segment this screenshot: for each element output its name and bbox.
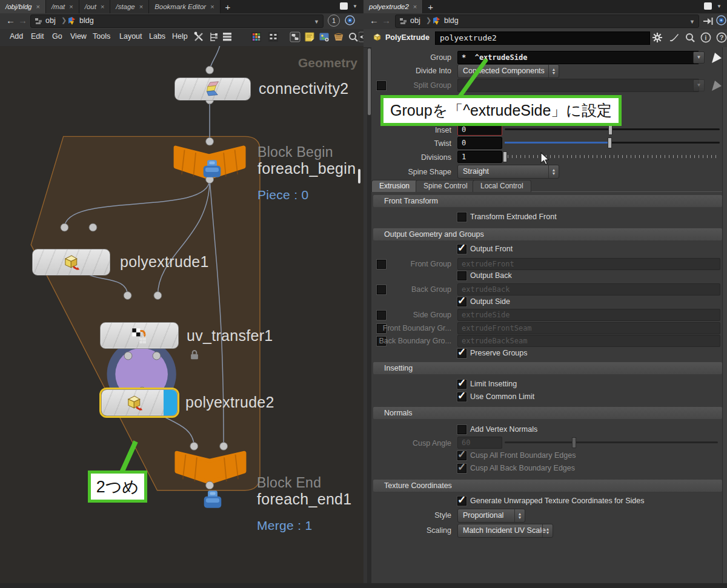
pane-menu-arrow-icon[interactable]: ▼ [717,4,722,9]
scrollbar-thumb[interactable] [358,169,360,183]
divisions-slider-handle[interactable] [503,151,507,162]
pane-number-badge[interactable]: 1 [328,15,340,27]
node-polyextrude1[interactable] [32,249,110,276]
close-icon[interactable]: × [69,3,73,10]
menu-tools[interactable]: Tools [93,32,110,41]
preserve-groups-checkbox[interactable] [457,349,466,358]
list-view-icon[interactable] [222,31,233,42]
polyextrude-type-icon[interactable] [372,32,383,43]
cusp-front-label[interactable]: Cusp All Front Boundary Edges [470,451,576,460]
group-dropdown-button[interactable]: ▼ [693,51,705,64]
close-icon[interactable]: × [101,3,104,10]
menu-help[interactable]: Help [172,32,188,41]
sticky-note-icon[interactable] [304,31,315,42]
tab-local-control[interactable]: Local Control [473,180,531,192]
front-group-input[interactable]: extrudeFront [457,258,720,270]
shape-palette-icon[interactable] [268,31,279,42]
section-texture-coordinates[interactable]: Texture Coordinates [373,480,722,492]
close-icon[interactable]: × [36,3,39,10]
cusp-angle-slider-handle[interactable] [572,437,576,448]
split-group-dropdown-button[interactable]: ▼ [693,79,705,91]
menu-labs[interactable]: Labs [149,32,165,41]
section-output-geometry[interactable]: Output Geometry and Groups [373,228,722,240]
breadcrumb-context[interactable]: obj [410,16,420,25]
front-boundary-group-input[interactable]: extrudeFrontSeam [457,322,720,334]
left-breadcrumb[interactable]: obj ❯ bldg ▼ [30,15,324,28]
display-flag[interactable] [164,390,177,415]
tab-polyextrude2[interactable]: polyextrude2× [364,0,423,13]
cusp-back-checkbox[interactable] [457,464,466,473]
breadcrumb-dropdown-icon[interactable]: ▼ [314,19,319,25]
spinner-icon[interactable]: ▲▼ [514,509,525,522]
new-tab-button[interactable]: + [423,0,438,13]
pin-icon[interactable] [703,16,714,26]
tab-out[interactable]: /out× [79,0,111,13]
new-tab-button[interactable]: + [221,0,236,13]
back-boundary-group-input[interactable]: extrudeBackSeam [457,335,720,347]
cusp-back-label[interactable]: Cusp All Back Boundary Edges [470,464,575,472]
cusp-angle-slider-track[interactable] [505,441,718,443]
output-side-checkbox[interactable] [457,297,466,306]
takes-basket-icon[interactable] [333,31,344,42]
back-arrow-icon[interactable]: ← [6,15,15,25]
breadcrumb-context[interactable]: obj [45,16,56,25]
cusp-front-checkbox[interactable] [457,451,466,460]
menu-add[interactable]: Add [10,32,23,41]
preserve-groups-label[interactable]: Preserve Groups [470,349,527,357]
pane-menu-arrow-icon[interactable]: ▼ [353,4,357,9]
divide-into-dropdown[interactable]: Connected Components▲▼ [457,64,559,78]
spine-shape-dropdown[interactable]: Straight▲▼ [457,165,559,179]
group-select-arrow-icon[interactable] [710,51,723,64]
close-icon[interactable]: × [413,3,417,10]
tab-bookmark-editor[interactable]: Bookmark Editor× [149,0,220,13]
scaling-dropdown[interactable]: Match Incident UV Scale▲▼ [457,524,553,538]
node-uv-transfer1[interactable] [100,322,179,349]
output-back-label[interactable]: Output Back [470,271,512,280]
limit-insetting-label[interactable]: Limit Insetting [470,380,517,388]
right-breadcrumb[interactable]: obj ❯ bldg ▼ [395,15,699,28]
transform-extruded-front-label[interactable]: Transform Extruded Front [470,213,557,221]
use-common-limit-label[interactable]: Use Common Limit [470,392,534,401]
side-group-input[interactable]: extrudeSide [457,309,720,321]
node-name-input[interactable]: polyextrude2 [435,31,650,45]
tab-mat[interactable]: /mat× [46,0,79,13]
add-vertex-normals-checkbox[interactable] [457,425,466,434]
pane-menu-icon[interactable] [704,2,712,10]
brush-icon[interactable] [669,33,680,42]
gear-icon[interactable] [652,32,663,43]
generate-uv-label[interactable]: Generate Unwrapped Texture Coordinates f… [470,497,644,505]
info-icon[interactable]: i [700,32,711,43]
section-insetting[interactable]: Insetting [373,362,722,374]
add-vertex-normals-label[interactable]: Add Vertex Normals [470,425,537,434]
transform-extruded-front-checkbox[interactable] [457,213,466,222]
forward-arrow-icon[interactable]: → [382,15,391,25]
output-front-checkbox[interactable] [457,245,466,254]
menu-layout[interactable]: Layout [119,32,142,41]
help-icon[interactable]: ? [716,32,727,43]
pin-target-icon[interactable] [344,15,356,26]
breadcrumb-node[interactable]: bldg [79,16,94,25]
image-icon[interactable] [319,31,330,42]
network-nodes-icon[interactable] [290,31,300,42]
tab-extrusion[interactable]: Extrusion [371,180,417,192]
spinner-icon[interactable]: ▲▼ [542,524,553,537]
tree-view-icon[interactable] [208,31,219,42]
group-input[interactable]: * ^extrudeSide [457,51,699,64]
tab-spine-control[interactable]: Spine Control [416,180,476,192]
back-group-input[interactable]: extrudeBack [457,283,720,296]
foreach-network-box[interactable] [31,136,260,490]
right-scrollbar[interactable] [722,47,727,583]
tools-wrench-icon[interactable] [194,31,205,42]
menu-go[interactable]: Go [52,32,62,41]
split-group-select-arrow-icon[interactable] [710,79,723,92]
close-icon[interactable]: × [210,3,214,10]
node-connectivity2[interactable] [174,78,251,101]
tab-stage[interactable]: /stage× [110,0,149,13]
breadcrumb-node[interactable]: bldg [444,16,459,25]
divisions-slider-ticks[interactable] [508,155,720,158]
search-icon[interactable] [348,31,359,42]
split-group-input[interactable] [457,79,699,92]
twist-slider-handle[interactable] [608,137,612,148]
search-icon[interactable] [685,32,695,43]
divisions-input[interactable]: 1 [457,151,502,163]
